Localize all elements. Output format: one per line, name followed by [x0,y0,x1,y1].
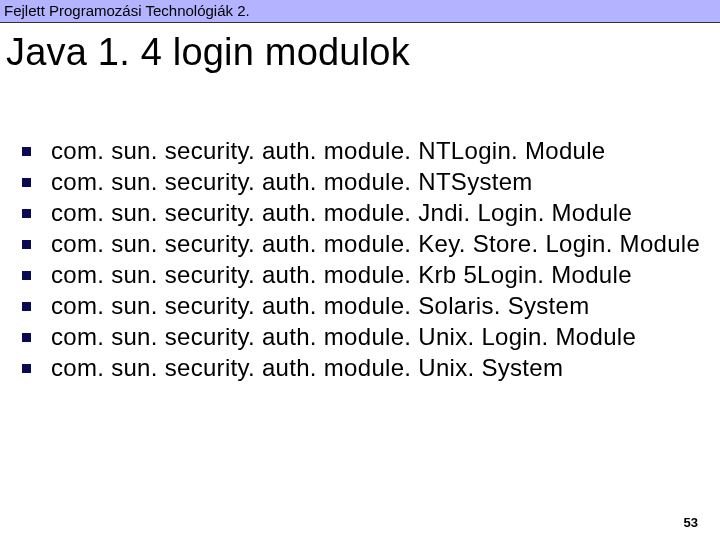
list-item-text: com. sun. security. auth. module. NTLogi… [51,137,606,165]
square-bullet-icon [22,333,31,342]
square-bullet-icon [22,364,31,373]
square-bullet-icon [22,178,31,187]
list-item-text: com. sun. security. auth. module. Krb 5L… [51,261,632,289]
list-item: com. sun. security. auth. module. Key. S… [22,230,720,258]
list-item-text: com. sun. security. auth. module. Unix. … [51,323,636,351]
list-item-text: com. sun. security. auth. module. Jndi. … [51,199,632,227]
square-bullet-icon [22,147,31,156]
header-text: Fejlett Programozási Technológiák 2. [4,2,250,19]
slide-title: Java 1. 4 login modulok [0,23,720,74]
list-item-text: com. sun. security. auth. module. Unix. … [51,354,563,382]
list-item: com. sun. security. auth. module. Unix. … [22,354,720,382]
list-item: com. sun. security. auth. module. Solari… [22,292,720,320]
list-item-text: com. sun. security. auth. module. NTSyst… [51,168,533,196]
page-number: 53 [684,515,698,530]
list-item: com. sun. security. auth. module. Krb 5L… [22,261,720,289]
bullet-list: com. sun. security. auth. module. NTLogi… [0,74,720,382]
list-item-text: com. sun. security. auth. module. Solari… [51,292,589,320]
list-item: com. sun. security. auth. module. Jndi. … [22,199,720,227]
list-item-text: com. sun. security. auth. module. Key. S… [51,230,700,258]
header-bar: Fejlett Programozási Technológiák 2. [0,0,720,23]
square-bullet-icon [22,271,31,280]
square-bullet-icon [22,209,31,218]
list-item: com. sun. security. auth. module. NTSyst… [22,168,720,196]
list-item: com. sun. security. auth. module. Unix. … [22,323,720,351]
list-item: com. sun. security. auth. module. NTLogi… [22,137,720,165]
square-bullet-icon [22,302,31,311]
slide: Fejlett Programozási Technológiák 2. Jav… [0,0,720,540]
square-bullet-icon [22,240,31,249]
